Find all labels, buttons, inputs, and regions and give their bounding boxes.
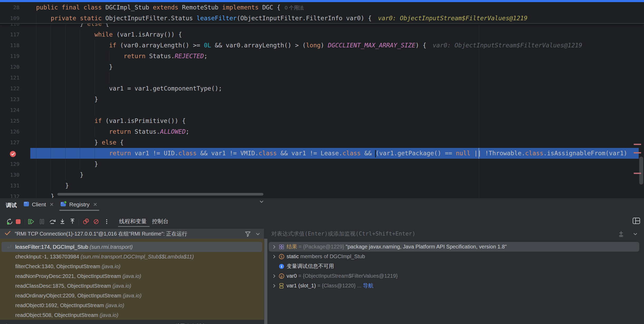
view-tab-threads-variables[interactable]: 线程和变量 — [119, 216, 147, 227]
filter-funnel-icon[interactable] — [244, 231, 251, 238]
usages-inlay-hint[interactable]: 0 个用法 — [285, 5, 304, 11]
indent-guides — [36, 94, 95, 105]
code-token: class — [259, 150, 277, 157]
layout-settings-icon[interactable] — [632, 217, 640, 226]
line-number[interactable]: 123 — [0, 94, 36, 105]
code-line-122: 122var1 = var1.getComponentType(); — [0, 83, 644, 94]
session-tab-registry[interactable]: Registry✕ — [60, 200, 97, 209]
view-tab-console[interactable]: 控制台 — [152, 216, 169, 227]
error-stripe-mark[interactable] — [634, 152, 641, 153]
error-stripe-mark[interactable] — [634, 173, 641, 174]
pause-icon[interactable] — [38, 218, 45, 225]
clipped-bottom-row: 在 sun.rmi.transport.DGCImpl_Stub.leaseFi… — [0, 320, 264, 324]
line-number[interactable]: 28 — [0, 2, 36, 13]
step-into-icon[interactable] — [59, 218, 66, 225]
code-token: leaseFilter — [196, 15, 237, 22]
variable-row[interactable]: Sstatic members of DGCImpl_Stub — [269, 252, 644, 261]
error-stripe-mark[interactable] — [634, 144, 641, 145]
rerun-debug-icon[interactable] — [6, 218, 13, 225]
window-icon — [23, 201, 30, 208]
line-number[interactable]: 131 — [0, 180, 36, 191]
variables-tree: 结果 = {Package@1229} "package javax.namin… — [269, 239, 644, 324]
view-breakpoints-icon[interactable] — [82, 218, 89, 225]
code-token: else — [102, 139, 116, 146]
stack-frame-row[interactable]: checkInput:-1, 1336703984 (sun.rmi.trans… — [0, 252, 264, 262]
toolbar-separator — [25, 219, 25, 225]
more-options-icon[interactable] — [103, 218, 110, 225]
vertical-scrollbar[interactable] — [639, 157, 643, 185]
indent-guides — [36, 137, 95, 148]
line-number[interactable]: 120 — [0, 62, 36, 72]
line-number[interactable]: 118 — [0, 40, 36, 51]
stack-frame-row[interactable]: filterCheck:1340, ObjectInputStream (jav… — [0, 262, 264, 271]
line-number[interactable]: 132 — [0, 191, 36, 198]
code-editor[interactable]: 116} else {117while (var1.isArray()) {11… — [0, 2, 644, 198]
expand-chevron-icon[interactable] — [271, 244, 278, 250]
indent-guides — [36, 159, 95, 170]
stop-icon[interactable] — [15, 218, 22, 225]
add-watch-icon[interactable] — [617, 230, 625, 239]
mute-breakpoints-icon[interactable] — [93, 218, 100, 225]
variable-row[interactable]: 结果 = {Package@1229} "package javax.namin… — [269, 242, 639, 252]
indent-guides — [36, 180, 65, 191]
line-number[interactable]: 129 — [0, 159, 36, 170]
chevron-down-icon[interactable] — [259, 199, 264, 324]
expand-chevron-icon[interactable] — [271, 273, 278, 279]
code-token: class — [83, 4, 102, 11]
line-number[interactable]: 127 — [0, 137, 36, 148]
chevron-down-icon[interactable] — [632, 231, 638, 238]
code-token: DGC { — [259, 4, 281, 11]
line-number[interactable]: 117 — [0, 29, 36, 40]
panel-splitter-scrollbar[interactable] — [264, 239, 267, 324]
stack-frame-row[interactable]: readClassDesc:1875, ObjectInputStream (j… — [0, 281, 264, 291]
line-number[interactable]: 122 — [0, 83, 36, 94]
step-over-icon[interactable] — [49, 218, 56, 225]
line-number[interactable]: 109 — [0, 13, 36, 24]
line-number[interactable]: 124 — [0, 105, 36, 116]
horizontal-scrollbar[interactable] — [57, 193, 263, 196]
code-token: return — [109, 150, 131, 157]
code-line-125: 125if (var1.isPrimitive()) { — [0, 116, 644, 126]
indent-guides — [36, 116, 95, 126]
variable-row[interactable]: i变量调试信息不可用 — [269, 261, 644, 271]
resume-icon[interactable] — [28, 218, 35, 225]
expand-chevron-icon[interactable] — [271, 254, 278, 259]
code-token: (ObjectInputFilter.FilterInfo var0) { — [237, 15, 372, 22]
value-ellipsis[interactable]: ... — [357, 281, 363, 291]
stack-frames-list: leaseFilter:174, DGCImpl_Stub (sun.rmi.t… — [0, 239, 264, 320]
close-icon[interactable]: ✕ — [50, 201, 54, 208]
code-token: (var1.isArray()) { — [113, 31, 182, 38]
stack-frame-row[interactable]: readOrdinaryObject:2209, ObjectInputStre… — [0, 291, 264, 301]
code-token: } — [65, 182, 69, 189]
stack-frame-row[interactable]: readNonProxyDesc:2021, ObjectInputStream… — [0, 271, 264, 281]
session-tab-client[interactable]: Client✕ — [23, 200, 54, 209]
frame-package: (sun.rmi.transport.DGCImpl_Stub$$Lambda$… — [81, 254, 194, 260]
close-icon[interactable]: ✕ — [93, 201, 97, 208]
frame-location: leaseFilter:174, DGCImpl_Stub — [15, 244, 90, 250]
navigate-link[interactable]: 导航 — [363, 281, 373, 291]
stack-frame-row[interactable]: readObject:508, ObjectInputStream (java.… — [0, 310, 264, 320]
line-number[interactable]: 125 — [0, 116, 36, 126]
variable-row[interactable]: pvar0 = {ObjectInputStream$FilterValues@… — [269, 271, 644, 281]
evaluate-expression-input[interactable] — [271, 229, 614, 238]
code-line-129: 129} — [0, 159, 644, 170]
code-line-120: 120} — [0, 62, 644, 72]
line-number[interactable]: 121 — [0, 72, 36, 83]
frame-location: readNonProxyDesc:2021, ObjectInputStream — [15, 273, 122, 279]
thread-selector[interactable]: "RMI TCP Connection(1)-127.0.0.1"@1,016 … — [0, 229, 264, 239]
variable-row[interactable]: var1 (slot_1) = {Class@1220} ... 导航 — [269, 281, 644, 291]
expand-chevron-icon[interactable] — [271, 283, 278, 288]
stack-frame-row[interactable]: leaseFilter:174, DGCImpl_Stub (sun.rmi.t… — [2, 242, 262, 252]
thread-running-check-icon — [4, 230, 11, 238]
line-number[interactable]: 119 — [0, 51, 36, 62]
code-token: && var1 != VMID. — [196, 150, 258, 157]
stack-frame-row[interactable]: readObject0:1692, ObjectInputStream (jav… — [0, 301, 264, 310]
step-out-icon[interactable] — [69, 218, 76, 225]
code-token: (var1.isPrimitive()) { — [102, 117, 186, 124]
line-number[interactable]: 126 — [0, 126, 36, 137]
clipped-text: 在 sun.rmi.transport.DGCImpl_Stub.leaseFi… — [4, 323, 207, 324]
line-number[interactable]: 130 — [0, 170, 36, 180]
code-token: if — [95, 117, 102, 124]
indent-guides — [36, 51, 124, 62]
frame-location: checkInput:-1, 1336703984 — [15, 254, 81, 260]
